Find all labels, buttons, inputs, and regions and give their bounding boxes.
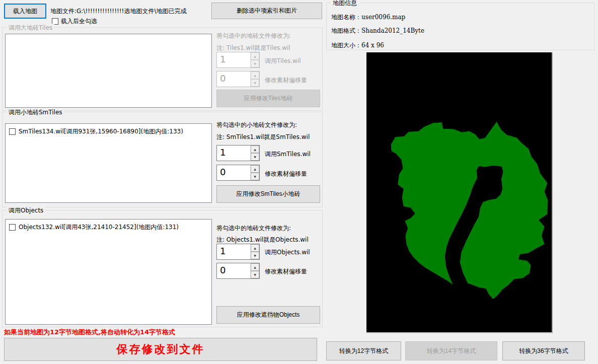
delete-selected-button[interactable]: 删除选中项索引和图片 xyxy=(211,3,322,19)
objects-item-checkbox[interactable] xyxy=(9,224,16,231)
map-format-value: Shanda2012_14Byte xyxy=(361,27,424,34)
objects-listbox[interactable]: Objects132.wil[调用43张,21410-21452](地图内值:1… xyxy=(5,219,212,325)
smtiles-offset-label: 修改素材偏移量 xyxy=(265,170,307,178)
spin-up-icon[interactable]: ▲ xyxy=(251,52,259,60)
objects-group-title: 调用Objects xyxy=(7,206,45,215)
tiles-note: 注: Tiles1.wil就是Tiles.wil xyxy=(216,44,290,52)
map-info-title: 地图信息 xyxy=(331,0,359,8)
objects-offset-spinner[interactable]: 0 ▲ ▼ xyxy=(216,263,260,279)
objects-list-item[interactable]: Objects132.wil[调用43张,21410-21452](地图内值:1… xyxy=(6,220,211,232)
map-size-row: 地图大小：64 x 96 xyxy=(331,41,384,50)
map-preview-panel xyxy=(366,52,553,333)
tiles-apply-button: 应用修改Tiles地砖 xyxy=(216,90,320,107)
tiles-offset-value[interactable]: 0 xyxy=(217,71,250,87)
smtiles-list-item[interactable]: SmTiles134.wil[调用931张,15960-16890](地图内值:… xyxy=(6,124,211,136)
tiles-wil-label: 调用Tiles.wil xyxy=(265,57,301,65)
tiles-wil-spinner[interactable]: 1 ▲ ▼ xyxy=(216,52,260,68)
objects-wil-value[interactable]: 1 xyxy=(217,244,250,259)
spin-down-icon[interactable]: ▼ xyxy=(251,271,259,278)
tiles-group-title: 调用大地砖Tiles xyxy=(7,24,54,32)
tiles-listbox[interactable] xyxy=(5,34,212,108)
smtiles-apply-button[interactable]: 应用修改SmTiles小地砖 xyxy=(216,185,320,203)
objects-wil-spinner[interactable]: 1 ▲ ▼ xyxy=(216,244,260,260)
smtiles-wil-label: 调用SmTiles.wil xyxy=(265,150,311,159)
smtiles-item-checkbox[interactable] xyxy=(9,128,16,135)
map-name-row: 地图名称：user0096.map xyxy=(331,13,405,22)
map-format-label: 地图格式： xyxy=(331,27,361,34)
tiles-wil-value[interactable]: 1 xyxy=(217,52,250,67)
smtiles-note: 注: SmTiles1.wil就是SmTiles.wil xyxy=(216,133,310,141)
map-size-label: 地图大小： xyxy=(331,42,361,49)
objects-item-label: Objects132.wil[调用43张,21410-21452](地图内值:1… xyxy=(19,223,179,232)
spin-up-icon[interactable]: ▲ xyxy=(251,244,259,252)
save-to-file-button[interactable]: 保存修改到文件 xyxy=(4,338,317,361)
objects-note: 注: Objects1.wil就是Objects.wil xyxy=(216,236,309,244)
objects-apply-button[interactable]: 应用修改遮挡物Objects xyxy=(216,306,320,324)
map-name-label: 地图名称： xyxy=(331,14,361,21)
check-all-label: 载入后全勾选 xyxy=(61,17,97,26)
load-map-button[interactable]: 载入地图 xyxy=(4,4,46,19)
spin-down-icon[interactable]: ▼ xyxy=(251,252,259,259)
byte-format-warning: 如果当前地图为12字节地图格式,将自动转化为14字节格式 xyxy=(4,328,175,337)
map-name-value: user0096.map xyxy=(361,14,405,21)
smtiles-group-title: 调用小地砖SmTiles xyxy=(7,108,64,117)
smtiles-wil-value[interactable]: 1 xyxy=(217,145,250,161)
smtiles-wil-spinner[interactable]: 1 ▲ ▼ xyxy=(216,145,260,161)
spin-up-icon[interactable]: ▲ xyxy=(251,71,259,79)
spin-down-icon[interactable]: ▼ xyxy=(251,153,259,161)
tiles-offset-label: 修改素材偏移量 xyxy=(265,76,307,85)
map-editor-window: 载入地图 地图文件:G:\!!!!!!!!!!!!!!!!选地图文件\地图已完成… xyxy=(0,0,598,364)
objects-offset-label: 修改素材偏移量 xyxy=(265,267,307,276)
objects-offset-value[interactable]: 0 xyxy=(217,263,250,278)
smtiles-modify-header: 将勾选中的小地砖文件修改为: xyxy=(216,121,297,129)
smtiles-listbox[interactable]: SmTiles134.wil[调用931张,15960-16890](地图内值:… xyxy=(5,123,212,203)
spin-down-icon[interactable]: ▼ xyxy=(251,79,259,87)
spin-down-icon[interactable]: ▼ xyxy=(251,173,259,180)
objects-wil-label: 调用Objects.wil xyxy=(265,248,310,257)
spin-down-icon[interactable]: ▼ xyxy=(251,60,259,67)
convert-36byte-button[interactable]: 转换为36字节格式 xyxy=(502,341,585,360)
spin-up-icon[interactable]: ▲ xyxy=(251,145,259,153)
convert-14byte-button: 转换为14字节格式 xyxy=(405,341,497,360)
map-format-row: 地图格式：Shanda2012_14Byte xyxy=(331,27,424,35)
spin-up-icon[interactable]: ▲ xyxy=(251,165,259,173)
tiles-offset-spinner[interactable]: 0 ▲ ▼ xyxy=(216,71,260,87)
check-all-after-load-row[interactable]: 载入后全勾选 xyxy=(52,17,97,26)
tiles-modify-header: 将勾选中的地砖文件修改为: xyxy=(216,32,291,40)
map-size-value: 64 x 96 xyxy=(361,42,384,49)
spin-up-icon[interactable]: ▲ xyxy=(251,263,259,271)
map-preview-image xyxy=(366,52,552,332)
smtiles-item-label: SmTiles134.wil[调用931张,15960-16890](地图内值:… xyxy=(19,127,183,136)
map-file-path-label: 地图文件:G:\!!!!!!!!!!!!!!!!选地图文件\地图已完成 xyxy=(50,7,212,16)
smtiles-offset-value[interactable]: 0 xyxy=(217,165,250,180)
objects-modify-header: 将勾选中的地砖文件修改为: xyxy=(216,224,291,233)
smtiles-offset-spinner[interactable]: 0 ▲ ▼ xyxy=(216,165,260,181)
convert-12byte-button[interactable]: 转换为12字节格式 xyxy=(326,341,401,360)
